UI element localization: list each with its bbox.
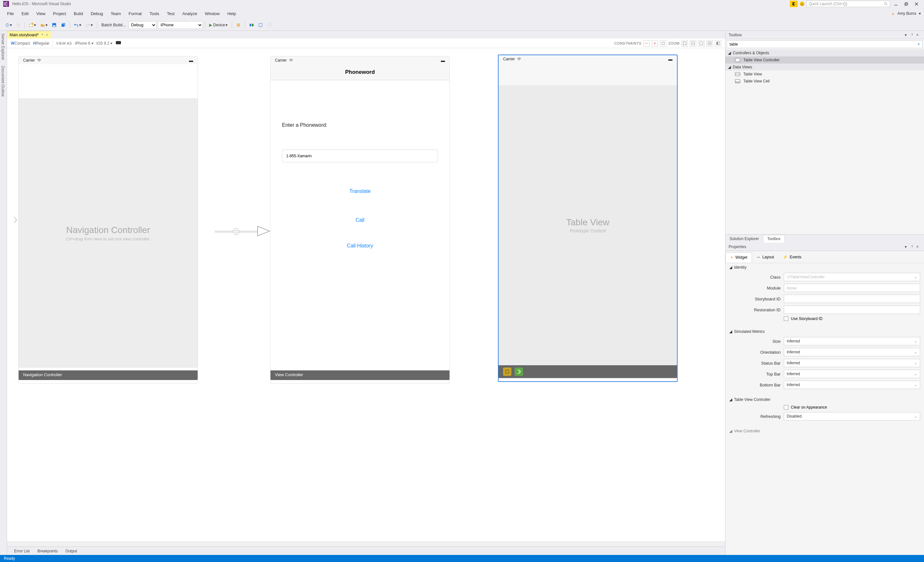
panel-dropdown-icon[interactable]: ▾ (905, 33, 909, 37)
nav-fwd-button[interactable] (14, 22, 22, 28)
call-history-button[interactable]: Call History (282, 239, 438, 252)
storyboard-canvas[interactable]: Carrier ▬ Navigation Controller Ctrl+dra… (7, 48, 725, 541)
toolbox-group-controllers[interactable]: ◢Controllers & Objects (725, 50, 924, 57)
tb-extra-2[interactable] (248, 21, 256, 29)
close-button[interactable] (912, 1, 921, 7)
menu-team[interactable]: Team (107, 9, 125, 18)
exit-icon[interactable] (514, 368, 523, 376)
clear-on-appearance-checkbox[interactable]: Clear on Appearance (784, 405, 827, 410)
tab-layout[interactable]: ↔Layout (752, 252, 778, 262)
nav-back-button[interactable]: ▾ (3, 21, 14, 29)
use-storyboard-id-checkbox[interactable]: Use Storyboard ID (784, 317, 823, 321)
zoom-fit-button[interactable] (681, 40, 688, 47)
constraint-btn-1[interactable] (643, 40, 650, 47)
orientation-select[interactable]: Inferred⌄ (784, 348, 920, 356)
menu-edit[interactable]: Edit (18, 9, 32, 18)
statusbar-select[interactable]: Inferred⌄ (784, 359, 920, 367)
class-select[interactable]: UITableViewController⌄ (784, 273, 920, 281)
clear-search-icon[interactable]: × (918, 42, 920, 47)
panel-pin-icon[interactable] (910, 245, 915, 249)
menu-debug[interactable]: Debug (87, 9, 107, 18)
menu-test[interactable]: Test (163, 9, 178, 18)
saveall-button[interactable] (59, 21, 68, 29)
toolbox-item-tableviewcontroller[interactable]: Table View Controller (725, 57, 924, 63)
minimize-button[interactable] (891, 1, 900, 7)
ios-select[interactable]: iOS 9.2 ▾ (97, 41, 112, 45)
enter-phoneword-label[interactable]: Enter a Phoneword: (282, 122, 327, 128)
close-tab-icon[interactable]: × (46, 33, 48, 37)
section-table-view-controller[interactable]: ◢Table View Controller (725, 395, 924, 404)
section-identity[interactable]: ◢Identity (725, 263, 924, 272)
first-responder-icon[interactable] (503, 368, 512, 376)
zoom-out-button[interactable] (690, 40, 696, 47)
menu-help[interactable]: Help (224, 9, 240, 18)
new-project-button[interactable]: ▾ (27, 21, 38, 29)
toolbox-item-tableviewcell[interactable]: Table View Cell (725, 78, 924, 85)
tab-output[interactable]: Output (62, 548, 81, 554)
scene-label-nav[interactable]: Navigation Controller (19, 370, 198, 380)
toolbox-item-tableview[interactable]: Table View (725, 71, 924, 78)
orientation-icon[interactable] (116, 41, 121, 45)
navbar-title[interactable]: Phoneword (270, 64, 450, 80)
table-view-controller-scene[interactable]: Carrier ▬ Table View Prototype Content (498, 54, 678, 382)
toggle-layout-button[interactable] (715, 40, 721, 47)
tab-breakpoints[interactable]: Breakpoints (34, 548, 62, 554)
menu-format[interactable]: Format (125, 9, 146, 18)
section-view-controller[interactable]: ◢View Controller (725, 427, 924, 435)
panel-close-icon[interactable]: × (916, 33, 921, 37)
panel-dropdown-icon[interactable]: ▾ (905, 245, 909, 249)
user-dropdown-icon[interactable]: ▾ (919, 11, 921, 16)
segue-arrow-icon[interactable] (209, 223, 276, 239)
redo-button[interactable]: ▾ (84, 21, 94, 29)
panel-pin-icon[interactable] (910, 33, 915, 37)
tb-extra-4[interactable] (266, 21, 274, 29)
menu-file[interactable]: File (3, 9, 18, 18)
menu-tools[interactable]: Tools (146, 9, 163, 18)
config-select[interactable]: Debug (128, 21, 157, 29)
refreshing-select[interactable]: Disabled⌄ (784, 412, 920, 421)
quick-launch-input[interactable]: Quick Launch (Ctrl+Q) (807, 1, 890, 7)
call-button[interactable]: Call (282, 214, 438, 227)
panel-close-icon[interactable]: × (916, 245, 921, 249)
constraint-btn-3[interactable] (660, 40, 666, 47)
pin-icon[interactable] (41, 33, 44, 37)
navigation-controller-scene[interactable]: Carrier ▬ Navigation Controller Ctrl+dra… (18, 56, 198, 383)
section-simulated-metrics[interactable]: ◢Simulated Metrics (725, 328, 924, 336)
restoration-id-input[interactable] (784, 305, 920, 314)
size-select[interactable]: Inferred⌄ (784, 337, 920, 346)
translate-button[interactable]: Translate (282, 185, 438, 198)
side-tab-server-explorer[interactable]: Server Explorer (0, 31, 7, 63)
menu-build[interactable]: Build (70, 9, 87, 18)
module-input[interactable]: None (784, 284, 920, 292)
topbar-select[interactable]: Inferred⌄ (784, 370, 920, 378)
device-select[interactable]: iPhone 6 ▾ (75, 41, 93, 45)
tab-error-list[interactable]: Error List (10, 548, 34, 554)
open-button[interactable]: ▾ (39, 21, 50, 29)
toolbox-group-dataviews[interactable]: ◢Data Views (725, 63, 924, 71)
toolbox-search-input[interactable]: table × (727, 41, 923, 48)
platform-select[interactable]: iPhone (158, 21, 203, 29)
scene-label-vc[interactable]: View Controller (270, 370, 450, 380)
user-name[interactable]: Amy Burns (897, 11, 916, 16)
table-body-placeholder[interactable]: Table View Prototype Content (499, 86, 677, 365)
zoom-100-button[interactable] (698, 40, 705, 47)
tab-solution-explorer[interactable]: Solution Explorer (725, 235, 763, 243)
tb-extra-1[interactable] (234, 21, 243, 29)
menu-view[interactable]: View (32, 9, 49, 18)
menu-project[interactable]: Project (49, 9, 70, 18)
doc-tab-storyboard[interactable]: Main.storyboard* × (7, 31, 51, 39)
side-tab-document-outline[interactable]: Document Outline (0, 63, 7, 99)
batch-build-button[interactable]: Batch Build... (99, 21, 128, 29)
start-debug-button[interactable]: ▶Device▾ (207, 21, 230, 29)
phoneword-text-field[interactable]: 1-855-Xamarin (282, 150, 438, 162)
save-button[interactable] (50, 21, 58, 29)
menu-window[interactable]: Window (201, 9, 223, 18)
bottombar-select[interactable]: Inferred⌄ (784, 381, 920, 389)
properties-body[interactable]: ◢Identity ClassUITableViewController⌄ Mo… (725, 263, 924, 555)
view-controller-scene[interactable]: Carrier ▬ Phoneword Enter a Phoneword: 1… (270, 56, 450, 383)
undo-button[interactable]: ▾ (72, 21, 83, 29)
notification-flag-icon[interactable] (790, 1, 798, 7)
feedback-smile-icon[interactable] (799, 1, 805, 7)
zoom-in-button[interactable] (706, 40, 713, 47)
storyboard-id-input[interactable] (784, 295, 920, 303)
